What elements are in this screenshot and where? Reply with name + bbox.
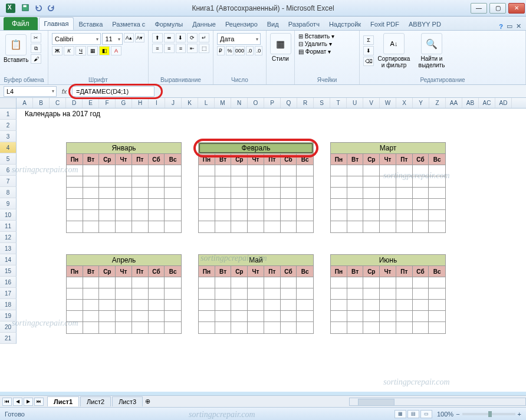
day-cell[interactable] bbox=[429, 165, 445, 176]
row-header-15[interactable]: 15 bbox=[0, 265, 17, 277]
sheet-nav-prev-icon[interactable]: ◀ bbox=[13, 398, 22, 406]
sheet-tab-2[interactable]: Лист2 bbox=[80, 396, 111, 406]
fx-icon[interactable]: fx bbox=[59, 88, 70, 95]
italic-button[interactable]: К bbox=[64, 46, 74, 55]
day-cell[interactable] bbox=[380, 165, 396, 176]
day-cell[interactable] bbox=[199, 221, 215, 232]
day-cell[interactable] bbox=[363, 322, 380, 333]
day-cell[interactable] bbox=[347, 311, 364, 322]
day-cell[interactable] bbox=[396, 188, 413, 199]
day-cell[interactable] bbox=[281, 322, 297, 333]
column-header-D[interactable]: D bbox=[66, 98, 83, 108]
day-cell[interactable] bbox=[297, 311, 313, 322]
day-cell[interactable] bbox=[165, 199, 181, 210]
day-cell[interactable] bbox=[331, 188, 347, 199]
column-header-U[interactable]: U bbox=[347, 98, 363, 108]
column-header-I[interactable]: I bbox=[149, 98, 165, 108]
day-cell[interactable] bbox=[199, 165, 215, 176]
redo-icon[interactable] bbox=[47, 4, 57, 13]
day-cell[interactable] bbox=[67, 277, 83, 288]
row-header-9[interactable]: 9 bbox=[0, 198, 17, 209]
font-name-combo[interactable]: Calibri bbox=[52, 33, 101, 45]
day-cell[interactable] bbox=[347, 165, 364, 176]
fill-icon[interactable]: ⬇ bbox=[363, 46, 374, 55]
day-cell[interactable] bbox=[231, 221, 248, 232]
day-cell[interactable] bbox=[199, 277, 215, 288]
day-cell[interactable] bbox=[149, 322, 165, 333]
row-header-13[interactable]: 13 bbox=[0, 243, 17, 254]
day-cell[interactable] bbox=[281, 277, 297, 288]
day-cell[interactable] bbox=[215, 176, 232, 188]
ribbon-minimize-icon[interactable]: ▭ bbox=[507, 22, 512, 30]
formula-input[interactable]: =ДАТАМЕС(D4;1) bbox=[72, 86, 154, 97]
day-cell[interactable] bbox=[363, 311, 380, 322]
day-cell[interactable] bbox=[83, 300, 100, 311]
day-cell[interactable] bbox=[363, 199, 380, 210]
day-cell[interactable] bbox=[132, 311, 149, 322]
day-cell[interactable] bbox=[281, 176, 297, 188]
day-cell[interactable] bbox=[331, 300, 347, 311]
name-box[interactable]: L4 bbox=[4, 86, 57, 97]
column-header-B[interactable]: B bbox=[33, 98, 50, 108]
day-cell[interactable] bbox=[67, 322, 83, 333]
day-cell[interactable] bbox=[99, 188, 116, 199]
tab-abbyy[interactable]: ABBYY PD bbox=[404, 18, 446, 30]
row-header-7[interactable]: 7 bbox=[0, 176, 17, 187]
copy-icon[interactable]: ⧉ bbox=[31, 44, 41, 53]
view-layout-icon[interactable]: ▤ bbox=[407, 410, 419, 418]
day-cell[interactable] bbox=[83, 322, 100, 333]
day-cell[interactable] bbox=[248, 288, 264, 300]
day-cell[interactable] bbox=[215, 311, 232, 322]
day-cell[interactable] bbox=[215, 277, 232, 288]
align-center-icon[interactable]: ≡ bbox=[164, 44, 175, 53]
day-cell[interactable] bbox=[396, 288, 413, 300]
day-cell[interactable] bbox=[264, 288, 281, 300]
day-cell[interactable] bbox=[264, 277, 281, 288]
day-cell[interactable] bbox=[297, 199, 313, 210]
day-cell[interactable] bbox=[149, 188, 165, 199]
format-painter-icon[interactable]: 🖌 bbox=[31, 54, 41, 64]
row-header-8[interactable]: 8 bbox=[0, 187, 17, 198]
day-cell[interactable] bbox=[199, 300, 215, 311]
day-cell[interactable] bbox=[231, 176, 248, 188]
align-middle-icon[interactable]: ⬌ bbox=[164, 33, 175, 42]
month-name[interactable]: Апрель bbox=[67, 255, 181, 266]
day-cell[interactable] bbox=[297, 188, 313, 199]
tab-review[interactable]: Рецензиро bbox=[221, 18, 262, 30]
day-cell[interactable] bbox=[83, 176, 100, 188]
sheet-tab-1[interactable]: Лист1 bbox=[47, 396, 79, 406]
day-cell[interactable] bbox=[83, 221, 100, 232]
day-cell[interactable] bbox=[132, 221, 149, 232]
day-cell[interactable] bbox=[429, 277, 445, 288]
row-header-3[interactable]: 3 bbox=[0, 131, 17, 142]
day-cell[interactable] bbox=[165, 277, 181, 288]
day-cell[interactable] bbox=[248, 188, 264, 199]
day-cell[interactable] bbox=[363, 176, 380, 188]
view-pagebreak-icon[interactable]: ▭ bbox=[420, 410, 432, 418]
column-header-W[interactable]: W bbox=[380, 98, 396, 108]
day-cell[interactable] bbox=[331, 288, 347, 300]
day-cell[interactable] bbox=[149, 165, 165, 176]
day-cell[interactable] bbox=[67, 221, 83, 232]
day-cell[interactable] bbox=[429, 300, 445, 311]
day-cell[interactable] bbox=[380, 199, 396, 210]
day-cell[interactable] bbox=[281, 188, 297, 199]
sheet-nav-last-icon[interactable]: ⏭ bbox=[34, 398, 44, 406]
day-cell[interactable] bbox=[99, 300, 116, 311]
minimize-button[interactable]: — bbox=[471, 3, 487, 14]
column-header-O[interactable]: O bbox=[248, 98, 264, 108]
column-header-T[interactable]: T bbox=[330, 98, 347, 108]
select-all-corner[interactable] bbox=[0, 98, 17, 108]
row-header-1[interactable]: 1 bbox=[0, 109, 17, 120]
doc-close-icon[interactable]: ✕ bbox=[516, 22, 521, 30]
day-cell[interactable] bbox=[149, 210, 165, 221]
column-header-A[interactable]: A bbox=[17, 98, 33, 108]
day-cell[interactable] bbox=[297, 165, 313, 176]
column-header-P[interactable]: P bbox=[264, 98, 281, 108]
day-cell[interactable] bbox=[132, 288, 149, 300]
column-header-Z[interactable]: Z bbox=[429, 98, 446, 108]
day-cell[interactable] bbox=[248, 311, 264, 322]
day-cell[interactable] bbox=[215, 210, 232, 221]
month-name[interactable]: Январь bbox=[67, 143, 181, 154]
day-cell[interactable] bbox=[248, 322, 264, 333]
